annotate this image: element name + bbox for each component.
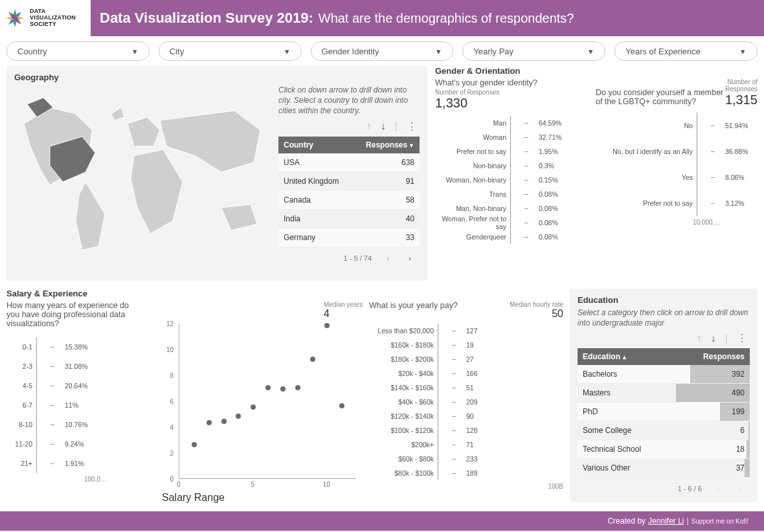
table-row[interactable]: Some College6	[578, 421, 750, 440]
col-responses[interactable]: Responses▼	[353, 137, 420, 153]
chevron-down-icon: ▾	[589, 47, 593, 56]
bar-row[interactable]: 6-7 11%	[6, 395, 155, 415]
bar-row[interactable]: Man, Non-binary 0.08%	[435, 201, 589, 216]
scatter-point[interactable]	[280, 386, 286, 392]
bar-row[interactable]: $80k - $100k 189	[369, 466, 563, 480]
salexp-title: Salary & Experience	[6, 289, 563, 298]
more-icon[interactable]: ⋮	[407, 120, 417, 133]
logo-star-icon	[4, 7, 26, 29]
chevron-down-icon: ▾	[285, 47, 289, 56]
bar-row[interactable]: Non-binary 0.3%	[435, 159, 589, 173]
arrow-up-icon[interactable]: ↑	[697, 333, 702, 344]
bar-row[interactable]: 21+ 1.91%	[6, 454, 155, 473]
bar-row[interactable]: Less than $20,000 127	[369, 324, 563, 338]
table-row[interactable]: Germany33	[278, 228, 420, 247]
more-icon[interactable]: ⋮	[737, 332, 747, 344]
lgbtq-axis-note: 10,000,…	[693, 219, 758, 226]
bar-row[interactable]: $160k - $180k 19	[369, 338, 563, 352]
table-row[interactable]: USA638	[278, 153, 420, 172]
kofi-link[interactable]: Support me on Kofi!	[691, 518, 748, 525]
scatter-point[interactable]	[295, 385, 300, 390]
table-row[interactable]: United Kingdom91	[278, 172, 420, 190]
filter-yoe[interactable]: Years of Experience▾	[614, 41, 758, 61]
salary-experience-section: Salary & Experience How many years of ex…	[6, 289, 563, 509]
scatter-point[interactable]	[221, 419, 227, 424]
filter-row: Country▾ City▾ Gender Identity▾ Yearly P…	[0, 36, 764, 66]
table-row[interactable]: Bachelors392	[578, 365, 750, 384]
col-education[interactable]: Education▲	[578, 348, 676, 365]
arrow-down-icon[interactable]: ↓	[711, 333, 716, 344]
scatter-point[interactable]	[310, 357, 315, 362]
logo: DATAVISUALIZATIONSOCIETY	[0, 0, 91, 36]
yoe-question: How many years of experience do you have…	[6, 301, 142, 328]
arrow-up-icon[interactable]: ↑	[366, 120, 372, 132]
edu-pager: 1 - 6 / 6 ‹ ›	[578, 478, 750, 494]
gender-q2: Do you consider yourself a member of the…	[596, 88, 725, 106]
bar-row[interactable]: No 51.94%	[596, 113, 758, 139]
bar-row[interactable]: $60k - $80k 233	[369, 452, 563, 466]
bar-row[interactable]: $140k - $160k 51	[369, 381, 563, 395]
geography-title: Geography	[14, 72, 420, 82]
bar-row[interactable]: $180k - $200k 27	[369, 352, 563, 366]
bar-row[interactable]: 11-20 9.24%	[6, 434, 155, 454]
bar-row[interactable]: $120k - $140k 90	[369, 409, 563, 423]
scatter-point[interactable]	[324, 323, 330, 328]
bar-row[interactable]: $100k - $120k 128	[369, 423, 563, 438]
next-page-button[interactable]: ›	[734, 483, 746, 494]
bar-row[interactable]: $200k+ 71	[369, 438, 563, 452]
gender-q1-total: 1,330	[435, 96, 539, 111]
title-main: Data Visualization Survey 2019:	[100, 10, 313, 27]
bar-row[interactable]: No, but I identify as an Ally 36.88%	[596, 139, 758, 164]
bar-row[interactable]: Prefer not to say 1.95%	[435, 144, 589, 159]
bar-row[interactable]: Woman, Non-binary 0.15%	[435, 173, 589, 187]
geo-table[interactable]: Country Responses▼ USA638United Kingdom9…	[278, 137, 420, 247]
filter-gender[interactable]: Gender Identity▾	[311, 41, 454, 61]
bar-row[interactable]: Man 64.59%	[435, 116, 589, 130]
filter-pay[interactable]: Yearly Pay▾	[462, 41, 605, 61]
table-row[interactable]: Canada58	[278, 190, 420, 209]
bar-row[interactable]: Yes 8.06%	[596, 164, 758, 190]
bar-row[interactable]: $20k - $40k 166	[369, 366, 563, 381]
bar-row[interactable]: $40k - $60k 209	[369, 395, 563, 409]
scatter-point[interactable]	[251, 405, 256, 410]
world-map[interactable]	[14, 85, 273, 272]
filter-city[interactable]: City▾	[159, 41, 302, 61]
filter-country[interactable]: Country▾	[6, 41, 150, 61]
author-link[interactable]: Jennifer Li	[648, 516, 684, 526]
table-row[interactable]: Various Other37	[578, 459, 750, 478]
scatter-point[interactable]	[265, 385, 271, 390]
table-row[interactable]: Technical School18	[578, 440, 750, 459]
prev-page-button[interactable]: ‹	[712, 483, 724, 494]
arrow-down-icon[interactable]: ↓	[381, 120, 386, 132]
bar-row[interactable]: Prefer not to say 3.12%	[596, 190, 758, 216]
prev-page-button[interactable]: ‹	[382, 252, 394, 264]
gender-section-title: Gender & Orientation	[435, 66, 758, 76]
scatter-point[interactable]	[236, 414, 241, 419]
scatter-point[interactable]	[192, 442, 197, 447]
education-table[interactable]: Education▲ Responses Bachelors392Masters…	[578, 348, 750, 478]
geo-pager-text: 1 - 5 / 74	[344, 254, 372, 262]
bar-row[interactable]: Genderqueer 0.08%	[435, 230, 589, 244]
table-row[interactable]: Masters490	[578, 384, 750, 403]
table-row[interactable]: PhD199	[578, 403, 750, 421]
table-row[interactable]: India40	[278, 209, 420, 228]
gender-section: Gender & Orientation What's your gender …	[435, 66, 758, 244]
bar-row[interactable]: Trans 0.08%	[435, 187, 589, 201]
bar-row[interactable]: 8-10 10.76%	[6, 415, 155, 434]
median-years: 4	[324, 308, 363, 320]
bar-row[interactable]: 0-1 15.38%	[6, 337, 155, 357]
bar-row[interactable]: 4-5 20.64%	[6, 376, 155, 395]
scatter-point[interactable]	[207, 420, 212, 425]
gender-q1: What's your gender identity?	[435, 78, 539, 87]
next-page-button[interactable]: ›	[404, 252, 416, 264]
median-hourly-rate: 50	[510, 308, 563, 320]
yoe-chart: How many years of experience do you have…	[6, 301, 155, 504]
pay-question: What is your yearly pay?	[369, 301, 458, 310]
bar-row[interactable]: 2-3 31.08%	[6, 357, 155, 376]
col-country[interactable]: Country	[278, 137, 353, 153]
scatter-point[interactable]	[339, 403, 344, 408]
geography-hint: Click on down arrow to drill down into c…	[278, 85, 420, 116]
bar-row[interactable]: Woman 32.71%	[435, 130, 589, 144]
bar-row[interactable]: Woman, Prefer not to say 0.08%	[435, 216, 589, 230]
col-edu-responses[interactable]: Responses	[676, 348, 750, 365]
